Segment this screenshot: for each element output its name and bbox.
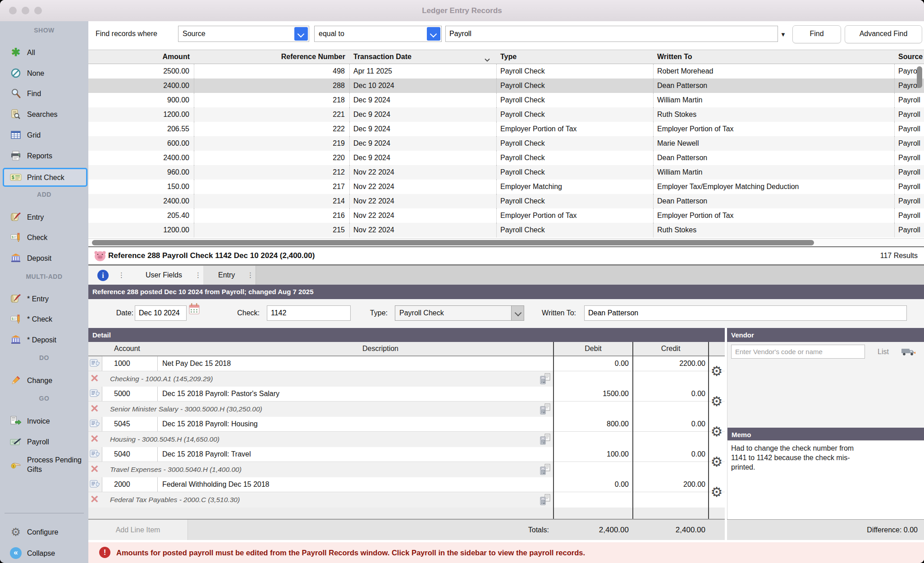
date-field[interactable]	[135, 305, 187, 321]
description-cell[interactable]: Dec 15 2018 Payroll: Travel	[158, 447, 553, 461]
sidebar-item-searches[interactable]: Searches	[5, 107, 86, 121]
account-cell[interactable]: 1000	[102, 356, 158, 371]
sidebar-item-entry[interactable]: Entry	[5, 210, 86, 224]
account-cell[interactable]: 5000	[102, 387, 158, 401]
calculator-icon[interactable]	[539, 464, 552, 477]
account-cell[interactable]: 5040	[102, 447, 158, 461]
find-operator-select[interactable]: equal to	[314, 26, 442, 42]
detail-line-main[interactable]: 5045 Dec 15 2018 Payroll: Housing 800.00…	[88, 417, 725, 432]
calculator-icon[interactable]	[539, 403, 552, 417]
debit-cell[interactable]: 800.00	[553, 417, 633, 431]
column-header-type[interactable]: Type	[497, 50, 654, 64]
table-row[interactable]: 2400.00220Dec 9 2024Payroll CheckDean Pa…	[88, 151, 924, 165]
calendar-icon[interactable]	[188, 303, 200, 317]
account-cell[interactable]: 5045	[102, 417, 158, 431]
column-header-reference-number[interactable]: Reference Number	[194, 50, 350, 64]
find-field-select[interactable]: Source	[178, 26, 309, 42]
add-line-item-button[interactable]: Add Line Item	[88, 520, 188, 540]
vendor-truck-icon[interactable]	[901, 347, 915, 358]
table-row[interactable]: 2400.00214Nov 22 2024Payroll CheckDean P…	[88, 194, 924, 208]
credit-cell[interactable]: 0.00	[633, 447, 709, 461]
description-cell[interactable]: Federal Withholding Dec 15 2018	[158, 477, 553, 492]
column-header-amount[interactable]: Amount	[88, 50, 194, 64]
table-row-selected[interactable]: 2400.00288Dec 10 2024Payroll CheckDean P…	[88, 78, 924, 93]
line-settings-gear-icon[interactable]: ⚙	[709, 423, 725, 440]
calculator-icon[interactable]	[539, 373, 552, 387]
detail-line-main[interactable]: 5000 Dec 15 2018 Payroll: Pastor's Salar…	[88, 387, 725, 401]
sidebar-item-print-check[interactable]: $ Print Check	[3, 168, 87, 187]
table-row[interactable]: 960.00212Nov 22 2024Payroll CheckWilliam…	[88, 165, 924, 180]
written-to-field[interactable]	[584, 305, 907, 321]
sidebar-item-process-pending-gifts[interactable]: $ Process Pending Gifts	[5, 454, 86, 475]
column-header-source[interactable]: Source	[895, 50, 924, 64]
sidebar-item-collapse[interactable]: « Collapse	[5, 546, 86, 560]
table-row[interactable]: 1200.00221Dec 9 2024Payroll CheckRuth St…	[88, 107, 924, 122]
sidebar-item-multi-entry[interactable]: * Entry	[5, 291, 86, 306]
table-row[interactable]: 206.55222Dec 9 2024Employer Portion of T…	[88, 122, 924, 136]
sidebar-item-all[interactable]: ✱ All	[5, 45, 86, 60]
description-cell[interactable]: Dec 15 2018 Payroll: Pastor's Salary	[158, 387, 553, 401]
credit-cell[interactable]: 0.00	[633, 387, 709, 401]
column-header-transaction-date[interactable]: Transaction Date	[350, 50, 497, 64]
sidebar-item-multi-check[interactable]: $ * Check	[5, 312, 86, 326]
line-settings-gear-icon[interactable]: ⚙	[709, 484, 725, 501]
sidebar-item-none[interactable]: None	[5, 66, 86, 80]
sidebar-item-check[interactable]: $ Check	[5, 230, 86, 245]
description-cell[interactable]: Net Pay Dec 15 2018	[158, 356, 553, 371]
credit-cell[interactable]: 200.00	[633, 477, 709, 492]
debit-cell[interactable]: 1500.00	[553, 387, 633, 401]
description-cell[interactable]: Dec 15 2018 Payroll: Housing	[158, 417, 553, 431]
credit-cell[interactable]: 2200.00	[633, 356, 709, 371]
detail-line-main[interactable]: 2000 Federal Withholding Dec 15 2018 0.0…	[88, 477, 725, 492]
table-row[interactable]: 600.00219Dec 9 2024Payroll CheckMarie Ne…	[88, 136, 924, 151]
info-icon[interactable]: i	[97, 270, 109, 281]
table-row[interactable]: 205.40216Nov 22 2024Employer Portion of …	[88, 208, 924, 223]
sidebar-item-multi-deposit[interactable]: * Deposit	[5, 332, 86, 347]
delete-line-icon[interactable]: ×	[91, 491, 99, 507]
tab-user-fields-label[interactable]: User Fields	[138, 266, 190, 285]
column-header-written-to[interactable]: Written To	[654, 50, 895, 64]
find-value-input[interactable]	[445, 26, 778, 42]
calculator-icon[interactable]	[539, 494, 552, 508]
detail-line-main[interactable]: 1000 Net Pay Dec 15 2018 0.00 2200.00	[88, 356, 725, 371]
calculator-icon[interactable]	[539, 434, 552, 447]
debit-cell[interactable]: 0.00	[553, 356, 633, 371]
dots-menu-icon[interactable]: ⋮	[195, 271, 201, 279]
table-row[interactable]: 1200.00215Nov 22 2024Payroll CheckRuth S…	[88, 223, 924, 237]
debit-cell[interactable]: 100.00	[553, 447, 633, 461]
horizontal-scrollbar-track[interactable]	[88, 238, 924, 247]
delete-line-icon[interactable]: ×	[91, 401, 99, 416]
sidebar-item-deposit[interactable]: Deposit	[5, 251, 86, 265]
horizontal-scrollbar-thumb[interactable]	[92, 240, 814, 245]
dots-menu-icon[interactable]: ⋮	[118, 271, 125, 279]
find-button[interactable]: Find	[792, 25, 841, 43]
sidebar-item-configure[interactable]: ⚙ Configure	[5, 525, 86, 539]
sidebar-item-reports[interactable]: Reports	[5, 148, 86, 163]
delete-line-icon[interactable]: ×	[91, 461, 99, 476]
vertical-scrollbar-thumb[interactable]	[917, 66, 922, 88]
vendor-search-input[interactable]	[731, 345, 865, 359]
table-row[interactable]: 2500.00498Apr 11 2025Payroll CheckRobert…	[88, 64, 924, 78]
debit-cell[interactable]: 0.00	[553, 477, 633, 492]
delete-line-icon[interactable]: ×	[91, 431, 99, 446]
line-settings-gear-icon[interactable]: ⚙	[709, 363, 725, 380]
credit-cell[interactable]: 0.00	[633, 417, 709, 431]
delete-line-icon[interactable]: ×	[91, 370, 99, 386]
table-row[interactable]: 900.00218Dec 9 2024Payroll CheckWilliam …	[88, 93, 924, 107]
table-row[interactable]: 150.00217Nov 22 2024Employer MatchingEmp…	[88, 180, 924, 194]
advanced-find-button[interactable]: Advanced Find	[845, 25, 922, 43]
tab-entry-label[interactable]: Entry	[218, 266, 235, 285]
line-settings-gear-icon[interactable]: ⚙	[709, 453, 725, 471]
line-settings-gear-icon[interactable]: ⚙	[709, 393, 725, 410]
vendor-list-label[interactable]: List	[878, 342, 889, 361]
sidebar-item-find[interactable]: Find	[5, 86, 86, 101]
check-number-field[interactable]	[267, 305, 351, 321]
dots-menu-icon[interactable]: ⋮	[247, 271, 254, 279]
sidebar-item-grid[interactable]: Grid	[5, 128, 86, 142]
sidebar-item-payroll[interactable]: Payroll	[5, 434, 86, 449]
account-cell[interactable]: 2000	[102, 477, 158, 492]
memo-field[interactable]: Had to change the check number from 1141…	[727, 440, 924, 519]
history-dropdown-icon[interactable]: ▼	[780, 31, 786, 38]
sidebar-item-invoice[interactable]: Invoice	[5, 414, 86, 428]
type-select[interactable]: Payroll Check	[395, 305, 524, 321]
